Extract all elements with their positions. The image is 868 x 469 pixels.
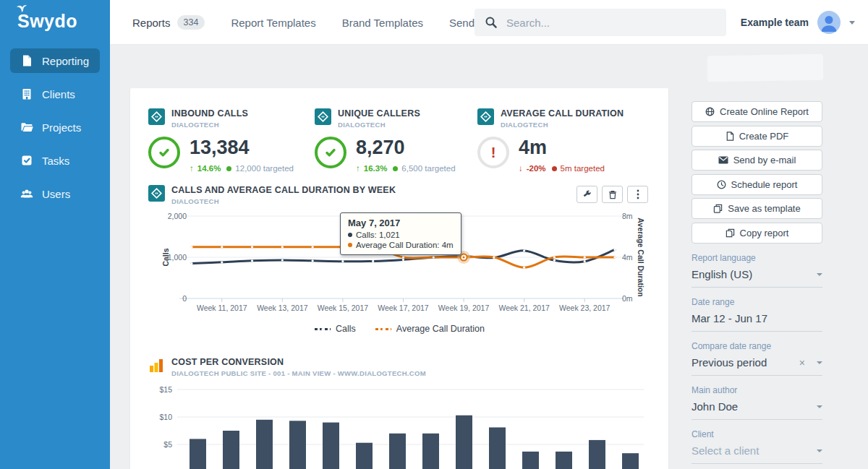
tooltip-duration-value: Average Call Duration: 4m [356,241,454,249]
date-range-input[interactable]: Mar 12 - Jun 17 [692,312,822,332]
chart-source: DIALOGTECH [171,197,396,205]
field-report-language: Report language English (US) [692,253,822,288]
report-actions: Create Online Report Create PDF Send by … [692,101,822,244]
clear-x-icon[interactable]: × [799,358,805,368]
svg-text:Week 21, 2017: Week 21, 2017 [498,304,550,312]
field-client: Client Select a client [692,429,822,464]
chart-title: COST PER CONVERSION [171,357,426,368]
trend-up-icon: ↑ [190,164,194,173]
chart-title: CALLS AND AVERAGE CALL DURATION BY WEEK [171,185,396,196]
chart-source: DIALOGTECH PUBLIC SITE - 001 - MAIN VIEW… [171,369,426,377]
dialogtech-icon [477,108,494,125]
svg-text:Week 13, 2017: Week 13, 2017 [257,304,308,312]
success-check-icon [315,137,346,168]
duration-line-swatch [375,326,392,332]
dialogtech-icon [148,108,165,125]
nav-brand-templates[interactable]: Brand Templates [342,17,423,29]
report-settings: Report language English (US) Date range … [692,253,822,469]
account-menu[interactable]: Example team [741,0,855,45]
svg-text:$15: $15 [159,385,172,394]
field-compare-date-range: Compare date range Previous period × [692,341,822,376]
legend-calls[interactable]: Calls [314,324,356,334]
copy-report-button[interactable]: Copy report [692,223,822,244]
svg-text:$5: $5 [163,440,172,449]
chart-legend: Calls Average Call Duration [130,324,668,334]
svg-text:2,000: 2,000 [168,212,187,220]
save-as-template-button[interactable]: Save as template [692,198,822,219]
chevron-down-icon [817,273,822,276]
sidebar-item-reporting[interactable]: Reporting [10,48,100,73]
kpi-unique-callers: UNIQUE CALLERS DIALOGTECH 8,270 ↑ 16.3% … [315,108,456,173]
kpi-value: 13,384 [190,138,294,158]
search-input[interactable] [505,16,716,30]
swydo-report-page: Swydo Reporting Clients Projects [0,0,868,469]
search-bar[interactable] [475,9,726,36]
trend-up-icon: ↑ [356,164,360,173]
top-navigation-bar: Reports 334 Report Templates Brand Templ… [110,0,868,45]
field-main-author: Main author John Doe [692,385,822,420]
clock-icon [717,180,726,189]
kpi-inbound-calls: INBOUND CALLS DIALOGTECH 13,384 ↑ 14.6% … [148,108,294,173]
svg-text:Average Call Duration: Average Call Duration [637,218,645,296]
kpi-title: INBOUND CALLS [171,108,248,119]
trend-down-icon: ↓ [519,164,523,173]
svg-text:Week 11, 2017: Week 11, 2017 [197,304,247,312]
widget-toolbar [576,186,648,203]
users-icon [20,187,33,200]
svg-text:Calls: Calls [161,248,170,266]
chevron-down-icon [817,449,822,452]
building-icon [20,87,33,100]
sidebar-item-tasks[interactable]: Tasks [10,148,100,173]
client-select[interactable]: Select a client [692,444,822,464]
swydo-logo[interactable]: Swydo [0,0,110,31]
search-icon [485,16,498,29]
cost-per-conversion-bar-chart[interactable]: $5$10$15 [158,384,647,469]
svg-text:0m: 0m [622,294,633,303]
analytics-icon [148,357,165,374]
target-dot-icon [393,166,398,171]
kpi-change: 16.3% [364,164,388,173]
chart-tooltip: May 7, 2017 Calls: 1,021 Average Call Du… [340,212,461,255]
legend-average-call-duration[interactable]: Average Call Duration [375,324,485,334]
kpi-value: 4m [519,138,605,158]
nav-reports[interactable]: Reports 334 [132,15,205,30]
calls-series-dot [348,233,352,237]
create-pdf-button[interactable]: Create PDF [692,126,822,147]
more-options-kebab-button[interactable] [627,186,648,203]
sidebar-item-projects[interactable]: Projects [10,115,100,139]
nav-links: Reports 334 Report Templates Brand Templ… [132,0,495,45]
send-email-button[interactable]: Send by e-mail [692,150,822,171]
calls-line-swatch [314,326,331,332]
create-online-report-button[interactable]: Create Online Report [692,101,822,122]
compare-date-range-select[interactable]: Previous period × [692,356,822,376]
kpi-change: 14.6% [197,164,221,173]
reports-count-badge: 334 [177,15,205,30]
svg-text:4m: 4m [622,253,633,262]
document-icon [20,54,33,67]
svg-text:Week 15, 2017: Week 15, 2017 [318,304,369,312]
nav-report-templates[interactable]: Report Templates [231,17,315,29]
svg-text:Week 17, 2017: Week 17, 2017 [378,304,429,312]
field-date-range: Date range Mar 12 - Jun 17 [692,297,822,332]
report-language-select[interactable]: English (US) [692,268,822,288]
svg-text:8m: 8m [622,212,633,220]
main-author-select[interactable]: John Doe [692,400,822,420]
delete-trash-button[interactable] [602,186,623,203]
chevron-down-icon [817,405,822,408]
report-canvas: INBOUND CALLS DIALOGTECH 13,384 ↑ 14.6% … [130,88,668,469]
sidebar-item-users[interactable]: Users [10,181,100,206]
copy-pages-icon [726,228,735,238]
line-chart-header: CALLS AND AVERAGE CALL DURATION BY WEEK … [148,185,396,205]
schedule-report-button[interactable]: Schedule report [692,174,822,195]
task-check-icon [20,154,33,167]
dialogtech-icon [315,108,331,125]
sidebar-item-clients[interactable]: Clients [10,82,100,106]
success-check-icon [148,137,180,168]
kpi-source: DIALOGTECH [338,121,420,129]
kpi-source: DIALOGTECH [171,121,248,129]
svg-text:Week 23, 2017: Week 23, 2017 [559,304,610,312]
kpi-change: -20% [527,164,546,173]
kpi-target: 6,500 targeted [401,164,455,173]
settings-wrench-button[interactable] [576,186,597,203]
kpi-title: UNIQUE CALLERS [338,108,420,119]
